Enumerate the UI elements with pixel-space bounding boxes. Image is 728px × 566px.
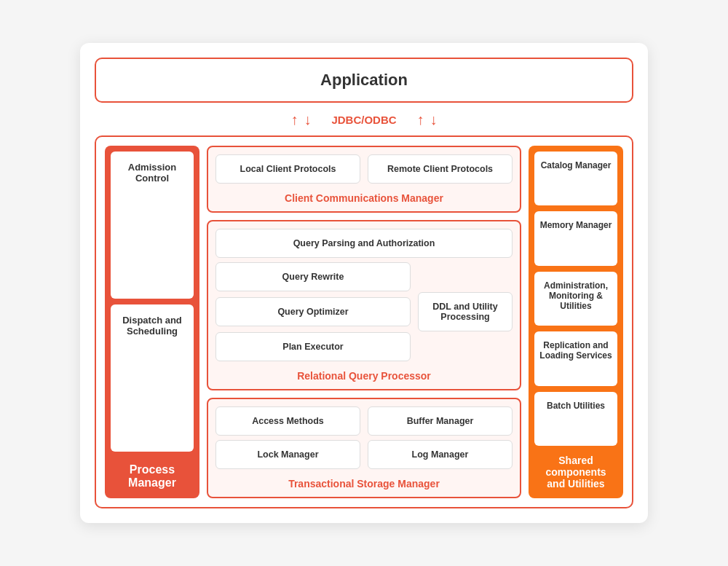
replication-loading-label: Replication and Loading Services <box>539 340 612 361</box>
query-rewrite-box: Query Rewrite <box>215 262 411 291</box>
query-optimizer-label: Query Optimizer <box>277 307 348 317</box>
buffer-manager-box: Buffer Manager <box>368 406 513 436</box>
log-manager-box: Log Manager <box>368 440 513 469</box>
admission-control-label: Admission Control <box>128 162 176 184</box>
storage-label: Transactional Storage Manager <box>215 475 513 490</box>
admission-control-box: Admission Control <box>111 152 194 299</box>
arrow-down-left: ↓ <box>304 111 311 128</box>
application-box: Application <box>95 58 633 103</box>
arrows-row: ↑ ↓ JDBC/ODBC ↑ ↓ <box>95 111 633 128</box>
query-rewrite-label: Query Rewrite <box>282 272 344 282</box>
process-manager-col: Admission Control Dispatch and Schedulin… <box>105 146 199 498</box>
qp-right-ddl: DDL and Utility Processing <box>418 262 513 361</box>
admin-monitoring-box: Administration, Monitoring & Utilities <box>534 272 617 326</box>
admin-monitoring-label: Administration, Monitoring & Utilities <box>544 280 608 311</box>
query-parsing-box: Query Parsing and Authorization <box>215 229 513 258</box>
query-proc-section: Query Parsing and Authorization Query Re… <box>207 220 521 390</box>
query-optimizer-box: Query Optimizer <box>215 297 411 326</box>
client-comm-items-row: Local Client Protocols Remote Client Pro… <box>215 154 513 184</box>
memory-manager-box: Memory Manager <box>534 211 617 265</box>
arrow-down-right: ↓ <box>430 111 438 128</box>
qp-left-stack: Query Rewrite Query Optimizer Plan Execu… <box>215 262 411 361</box>
storage-row-1: Access Methods Buffer Manager <box>215 406 513 436</box>
plan-executor-box: Plan Executor <box>215 332 411 361</box>
local-client-protocols-label: Local Client Protocols <box>240 164 336 174</box>
shared-components-col: Catalog Manager Memory Manager Administr… <box>529 146 623 498</box>
dispatch-scheduling-label: Dispatch and Scheduling <box>122 315 182 337</box>
access-methods-box: Access Methods <box>215 406 360 436</box>
batch-utilities-label: Batch Utilities <box>547 401 605 411</box>
plan-executor-label: Plan Executor <box>282 342 343 352</box>
buffer-manager-label: Buffer Manager <box>407 416 474 426</box>
storage-row-2: Lock Manager Log Manager <box>215 440 513 469</box>
client-comm-section: Local Client Protocols Remote Client Pro… <box>207 146 521 213</box>
catalog-manager-box: Catalog Manager <box>534 152 617 205</box>
application-title: Application <box>320 71 408 89</box>
lock-manager-box: Lock Manager <box>215 440 360 469</box>
access-methods-label: Access Methods <box>252 416 324 426</box>
arrow-up-left: ↑ <box>290 111 298 128</box>
ddl-box: DDL and Utility Processing <box>418 292 513 331</box>
lock-manager-label: Lock Manager <box>257 449 318 460</box>
query-proc-label: Relational Query Processor <box>215 367 513 382</box>
remote-client-protocols-label: Remote Client Protocols <box>387 164 493 174</box>
process-manager-label: Process Manager <box>111 457 194 492</box>
log-manager-label: Log Manager <box>412 449 469 460</box>
arrow-up-right: ↑ <box>417 111 424 128</box>
ddl-label: DDL and Utility Processing <box>424 302 506 322</box>
diagram-container: Application ↑ ↓ JDBC/ODBC ↑ ↓ Admission … <box>80 43 648 523</box>
catalog-manager-label: Catalog Manager <box>541 160 612 170</box>
replication-loading-box: Replication and Loading Services <box>534 331 617 385</box>
qp-split-row: Query Rewrite Query Optimizer Plan Execu… <box>215 262 513 361</box>
center-col: Local Client Protocols Remote Client Pro… <box>207 146 521 498</box>
main-box: Admission Control Dispatch and Schedulin… <box>95 135 633 508</box>
shared-components-label: Shared components and Utilities <box>534 452 617 492</box>
dispatch-scheduling-box: Dispatch and Scheduling <box>111 304 194 452</box>
query-parsing-label: Query Parsing and Authorization <box>293 238 435 248</box>
client-comm-label: Client Communications Manager <box>215 189 513 204</box>
jdbc-label: JDBC/ODBC <box>331 114 396 126</box>
batch-utilities-box: Batch Utilities <box>534 392 617 446</box>
memory-manager-label: Memory Manager <box>540 220 612 230</box>
storage-section: Access Methods Buffer Manager Lock Manag… <box>207 398 521 498</box>
local-client-protocols-box: Local Client Protocols <box>215 154 360 184</box>
remote-client-protocols-box: Remote Client Protocols <box>368 154 513 184</box>
parsing-row: Query Parsing and Authorization <box>215 229 513 258</box>
